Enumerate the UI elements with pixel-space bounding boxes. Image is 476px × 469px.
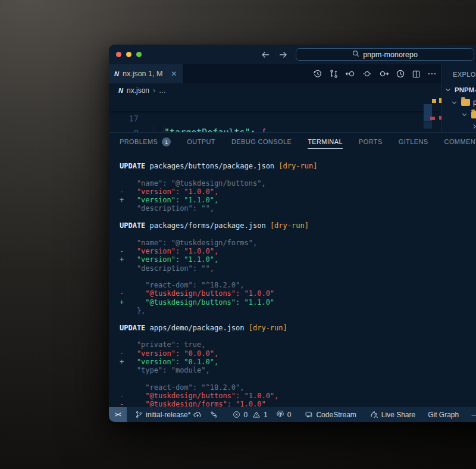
explorer-folder-row[interactable] <box>471 123 476 130</box>
split-editor-icon[interactable] <box>412 70 421 79</box>
status-bar: initial-release* 0 1 0 CodeStream <box>109 407 476 422</box>
panel-tab-label: TERMINAL <box>308 138 343 145</box>
previous-change-icon[interactable] <box>345 69 356 79</box>
history-forward-button[interactable] <box>278 50 288 60</box>
panel-tab-label: PROBLEMS <box>120 138 158 145</box>
panel-tab-debug-console[interactable]: DEBUG CONSOLE <box>231 133 292 151</box>
git-compare-icon[interactable] <box>329 69 339 79</box>
terminal-line: UPDATE apps/demo/package.json [dry-run] <box>120 324 476 332</box>
chevron-down-icon <box>444 86 452 94</box>
history-back-button[interactable] <box>261 50 270 60</box>
terminal-output[interactable]: UPDATE packages/buttons/package.json [dr… <box>109 162 476 409</box>
command-center-search[interactable]: pnpm-monorepo <box>296 48 474 61</box>
folder-label: packages <box>473 98 476 107</box>
terminal-line: UPDATE packages/forms/package.json [dry-… <box>120 221 476 230</box>
panel-tab-problems[interactable]: PROBLEMS1 <box>120 133 171 151</box>
explorer-title: EXPLORER <box>453 71 476 78</box>
search-value: pnpm-monorepo <box>363 51 418 59</box>
panel-tab-label: GITLENS <box>399 138 428 145</box>
code-editor[interactable]: 17 "targetDefaults": { 8 }, 7 "typecheck… <box>109 97 441 132</box>
remote-indicator-button[interactable] <box>109 407 127 422</box>
comment-icon <box>305 411 313 418</box>
close-window-button[interactable] <box>116 52 121 57</box>
terminal-line: }, <box>120 307 476 315</box>
breadcrumb-more[interactable]: … <box>159 86 166 95</box>
vim-mode-indicator: -- NORMAL -- <box>471 411 476 419</box>
broadcast-icon <box>276 411 284 418</box>
terminal-line <box>120 374 476 383</box>
next-change-icon[interactable] <box>378 69 389 79</box>
maximize-window-button[interactable] <box>136 52 142 57</box>
panel-tab-gitlens[interactable]: GITLENS <box>399 133 428 151</box>
terminal-line: "description": "", <box>120 204 476 212</box>
breadcrumb-file[interactable]: nx.json <box>127 86 149 95</box>
ports-count: 0 <box>287 411 292 419</box>
panel-tab-comments[interactable]: COMMENTS <box>444 133 476 151</box>
panel-tab-label: PORTS <box>359 138 383 145</box>
terminal-line: "description": "", <box>120 264 476 273</box>
terminal-line: - "version": "0.0.0", <box>120 349 476 358</box>
panel-tab-output[interactable]: OUTPUT <box>187 133 215 151</box>
terminal-line <box>120 332 476 340</box>
editor-actions-toolbar <box>311 64 441 83</box>
problems-status-button[interactable]: 0 1 <box>233 411 267 419</box>
live-share-button[interactable]: Live Share <box>370 411 415 419</box>
terminal-line: "react-dom": "^18.2.0", <box>120 281 476 289</box>
sticky-scroll-line: 17 "targetDefaults": { <box>109 97 441 111</box>
explorer-folder-row[interactable] <box>461 111 476 118</box>
error-count: 0 <box>243 411 248 419</box>
minimap[interactable] <box>432 99 436 103</box>
nx-logo-icon: N <box>114 70 119 77</box>
terminal-line: "name": "@tuskdesign/buttons", <box>120 179 476 187</box>
current-change-icon[interactable] <box>362 69 372 79</box>
terminal-line: "react-dom": "^18.2.0", <box>120 383 476 392</box>
nx-logo-icon: N <box>118 87 123 94</box>
tab-nx-json[interactable]: N nx.json 1, M ✕ <box>109 64 183 83</box>
terminal-line: + "version": "0.1.0", <box>120 358 476 366</box>
explorer-sidebar: EXPLORER PNPM-MONOREPO packages <box>441 64 476 132</box>
live-share-icon <box>370 411 378 419</box>
branch-name: initial-release* <box>146 411 190 419</box>
close-tab-icon[interactable]: ✕ <box>171 70 177 78</box>
live-share-label: Live Share <box>381 411 415 419</box>
git-branch-button[interactable]: initial-release* <box>135 411 202 419</box>
git-graph-button[interactable]: Git Graph <box>428 411 459 419</box>
minimize-window-button[interactable] <box>126 52 131 57</box>
local-history-icon[interactable] <box>313 69 322 79</box>
terminal-line: + "version": "1.1.0", <box>120 255 476 264</box>
branch-icon <box>135 411 143 418</box>
problems-badge: 1 <box>162 137 171 146</box>
folder-icon <box>461 99 470 106</box>
chevron-down-icon <box>461 111 468 118</box>
explorer-root-folder[interactable]: PNPM-MONOREPO <box>444 86 476 94</box>
ports-status-button[interactable]: 0 <box>276 411 292 419</box>
terminal-line: - "version": "1.0.0", <box>120 247 476 255</box>
git-compare-icon <box>210 411 218 418</box>
git-graph-label: Git Graph <box>428 411 459 419</box>
terminal-line <box>120 213 476 221</box>
explorer-folder-row[interactable]: packages <box>450 98 476 107</box>
codestream-status-button[interactable]: CodeStream <box>305 411 356 419</box>
vscode-window: pnpm-monorepo N nx.json 1, M ✕ N nx.json… <box>109 45 476 422</box>
tab-label: nx.json 1, M <box>123 70 162 78</box>
code-line: 7 "typecheck": { <box>109 126 441 132</box>
panel-tab-bar: PROBLEMS1OUTPUTDEBUG CONSOLETERMINALPORT… <box>109 133 476 151</box>
codestream-label: CodeStream <box>316 411 356 419</box>
terminal-line: - "version": "1.0.0", <box>120 187 476 196</box>
terminal-line: + "version": "1.1.0", <box>120 196 476 204</box>
terminal-line <box>120 273 476 281</box>
folder-icon <box>471 111 476 118</box>
panel-tab-ports[interactable]: PORTS <box>359 133 383 151</box>
panel-tab-terminal[interactable]: TERMINAL <box>308 133 343 151</box>
publish-changes-icon <box>193 411 202 419</box>
run-timeline-icon[interactable] <box>396 69 405 79</box>
more-actions-icon[interactable] <box>427 69 437 79</box>
terminal-line: "private": true, <box>120 340 476 349</box>
breadcrumb[interactable]: N nx.json › … <box>109 83 441 97</box>
chevron-right-icon <box>471 123 476 130</box>
terminal-line: - "@tuskdesign/buttons": "1.0.0" <box>120 289 476 298</box>
error-icon <box>233 411 240 418</box>
terminal-line: "name": "@tuskdesign/forms", <box>120 239 476 247</box>
git-compare-status-button[interactable] <box>210 411 218 418</box>
minimap <box>430 117 435 120</box>
